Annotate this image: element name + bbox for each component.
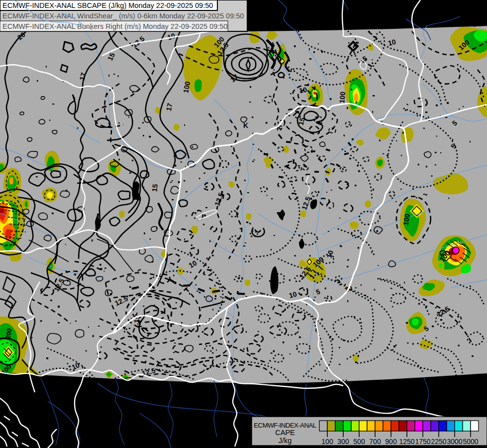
svg-text:CAPE: CAPE [275, 429, 295, 437]
svg-text:300: 300 [337, 438, 349, 446]
svg-text:ECMWF-INDEX-ANAL: ECMWF-INDEX-ANAL [254, 422, 316, 429]
svg-text:100: 100 [338, 91, 347, 104]
svg-text:1250: 1250 [399, 438, 414, 446]
svg-text:900: 900 [385, 438, 397, 446]
svg-text:500: 500 [353, 438, 365, 446]
svg-text:2250: 2250 [431, 438, 446, 446]
svg-text:100: 100 [321, 438, 333, 446]
svg-text:ECMWF-INDEX-ANAL WindShear_ (m: ECMWF-INDEX-ANAL WindShear_ (m/s) 0-6km … [2, 12, 244, 20]
svg-text:10: 10 [298, 86, 307, 95]
svg-text:3000: 3000 [447, 438, 462, 446]
svg-text:K: K [243, 121, 248, 129]
svg-text:ECMWF-INDEX-ANAL SBCAPE (J/kg): ECMWF-INDEX-ANAL SBCAPE (J/kg) Monday 22… [2, 1, 213, 9]
svg-text:15: 15 [150, 184, 159, 192]
svg-text:700: 700 [369, 438, 381, 446]
svg-text:J/kg: J/kg [279, 437, 292, 445]
svg-text:1750: 1750 [415, 438, 430, 446]
svg-text:ECMWF-INDEX-ANAL Bunkers Right: ECMWF-INDEX-ANAL Bunkers Right (m/s) Mon… [2, 22, 227, 30]
svg-text:5000: 5000 [463, 438, 478, 446]
